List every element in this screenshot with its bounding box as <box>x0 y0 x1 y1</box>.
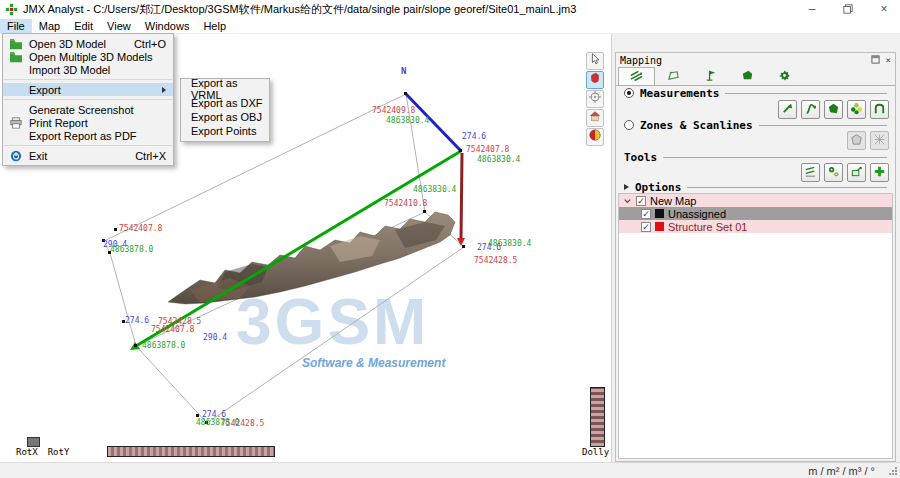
tool-edit-scanlines-button[interactable] <box>801 163 820 182</box>
gears-icon <box>827 163 840 182</box>
open-folder-icon <box>7 50 24 63</box>
dolly-slider[interactable] <box>590 387 605 447</box>
menu-item-export-dxf[interactable]: Export as DXF <box>181 96 269 110</box>
open-folder-icon <box>7 37 24 50</box>
flag-pole-icon <box>703 67 718 86</box>
gear-icon <box>777 67 792 86</box>
tree-row-new-map[interactable]: New Map <box>619 194 892 207</box>
measure-gate-button[interactable] <box>870 100 889 119</box>
menu-windows[interactable]: Windows <box>138 19 197 33</box>
menu-item-label: Generate Screenshot <box>29 104 134 116</box>
zones-buttons <box>847 131 889 150</box>
tree-row-label: Unassigned <box>668 208 726 220</box>
menu-item-label: Export <box>29 84 61 96</box>
zone-rays-button[interactable] <box>870 131 889 150</box>
solid-polygon-icon <box>740 67 755 86</box>
app-logo-icon <box>5 3 18 16</box>
rotation-controls: RotXRotY <box>16 446 275 457</box>
home-view-button[interactable] <box>586 109 604 127</box>
menu-item-export[interactable]: Export <box>3 83 173 96</box>
measure-fan-button[interactable] <box>847 100 866 119</box>
menu-edit[interactable]: Edit <box>67 19 100 33</box>
dock-pin-icon[interactable] <box>871 55 880 66</box>
tool-add-button[interactable] <box>870 163 889 182</box>
menu-item-export-obj[interactable]: Export as OBJ <box>181 110 269 124</box>
tab-measurements[interactable] <box>618 67 655 85</box>
menu-item-export-report-pdf[interactable]: Export Report as PDF <box>3 129 173 142</box>
menu-item-open-multiple[interactable]: Open Multiple 3D Models <box>3 50 173 63</box>
menu-item-label: Open Multiple 3D Models <box>29 51 153 63</box>
tab-regions[interactable] <box>729 67 766 85</box>
menu-item-import-3d-model[interactable]: Import 3D Model <box>3 63 173 76</box>
menu-item-generate-screenshot[interactable]: Generate Screenshot <box>3 103 173 116</box>
new-map-checkbox[interactable] <box>636 196 646 206</box>
box-arrow-icon <box>850 163 863 182</box>
measurements-label: Measurements <box>640 87 719 100</box>
units-indicator: m / m² / m³ / ° <box>808 465 889 477</box>
options-label: Options <box>635 181 681 194</box>
export-submenu: Export as VRML Export as DXF Export as O… <box>180 78 270 142</box>
cursor-icon <box>588 52 602 70</box>
menu-view[interactable]: View <box>100 19 138 33</box>
tree-row-unassigned[interactable]: Unassigned <box>619 207 892 220</box>
target-tool-button[interactable] <box>586 90 604 108</box>
measure-trace-button[interactable] <box>801 100 820 119</box>
clover-icon <box>850 100 863 119</box>
mapping-panel: Mapping × <box>615 52 896 462</box>
dolly-label: Dolly <box>582 447 609 457</box>
shield-icon <box>850 131 863 150</box>
file-menu-popup: Open 3D Model Ctrl+O Open Multiple 3D Mo… <box>2 33 174 166</box>
tree-row-label: New Map <box>650 195 696 207</box>
menu-item-label: Exit <box>29 150 47 162</box>
zone-shield-button[interactable] <box>847 131 866 150</box>
options-expander-icon[interactable] <box>624 184 629 190</box>
menu-help[interactable]: Help <box>196 19 233 33</box>
home-icon <box>588 109 602 127</box>
hand-icon <box>588 71 602 89</box>
pan-hand-tool-button[interactable] <box>586 71 604 89</box>
roty-label: RotY <box>48 447 70 457</box>
tool-settings-button[interactable] <box>824 163 843 182</box>
window-title: JMX Analyst - C:/Users/郑江/Desktop/3GSM软件… <box>23 2 576 17</box>
rays-icon <box>873 131 886 150</box>
menu-file[interactable]: File <box>0 19 32 33</box>
measure-arrow-button[interactable] <box>778 100 797 119</box>
orbit-tool-button[interactable] <box>586 128 604 146</box>
tab-settings[interactable] <box>766 67 803 85</box>
restore-button[interactable] <box>842 3 854 15</box>
tab-markers[interactable] <box>692 67 729 85</box>
panel-close-icon[interactable]: × <box>886 55 891 65</box>
menu-item-export-points[interactable]: Export Points <box>181 124 269 138</box>
measure-area-button[interactable] <box>824 100 843 119</box>
polygon-outline-icon <box>666 67 681 86</box>
status-bar: m / m² / m³ / ° <box>0 462 900 478</box>
mapping-panel-header: Mapping × <box>616 53 895 67</box>
structure-set-color-swatch <box>655 222 664 231</box>
menu-shortcut: Ctrl+O <box>134 38 166 50</box>
minimize-button[interactable]: – <box>806 3 818 15</box>
tab-zones[interactable] <box>655 67 692 85</box>
measurements-radio[interactable] <box>624 88 634 98</box>
close-button[interactable]: × <box>878 3 890 15</box>
tree-row-label: Structure Set 01 <box>668 221 748 233</box>
rotxy-slider[interactable] <box>107 446 275 457</box>
zones-radio[interactable] <box>624 120 634 130</box>
tool-export-box-button[interactable] <box>847 163 866 182</box>
window-controls: – × <box>806 3 900 15</box>
north-label: N <box>401 67 406 75</box>
submenu-arrow-icon <box>162 87 166 93</box>
unassigned-checkbox[interactable] <box>641 209 651 219</box>
chevron-down-icon[interactable] <box>623 195 632 207</box>
cursor-tool-button[interactable] <box>586 52 604 70</box>
menu-item-print-report[interactable]: Print Report <box>3 116 173 129</box>
menu-item-open-3d-model[interactable]: Open 3D Model Ctrl+O <box>3 37 173 50</box>
menu-item-exit[interactable]: Exit Ctrl+X <box>3 149 173 162</box>
menu-map[interactable]: Map <box>32 19 67 33</box>
resize-grip-icon[interactable] <box>889 465 900 477</box>
menu-item-export-vrml[interactable]: Export as VRML <box>181 82 269 96</box>
terrain-model[interactable] <box>168 212 455 304</box>
tree-row-structure-set[interactable]: Structure Set 01 <box>619 220 892 233</box>
printer-icon <box>7 116 24 129</box>
structure-set-checkbox[interactable] <box>641 222 651 232</box>
menu-item-label: Open 3D Model <box>29 38 106 50</box>
